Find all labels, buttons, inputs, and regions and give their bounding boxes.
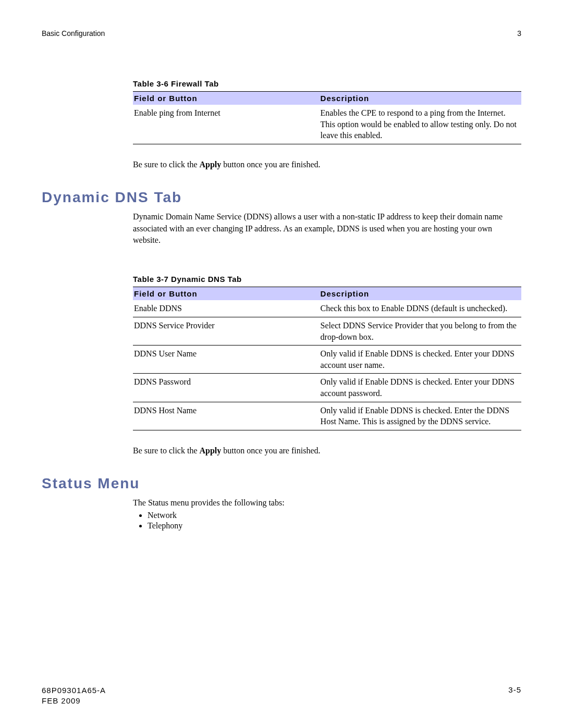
table-3-6: Field or Button Description Enable ping … bbox=[133, 91, 521, 144]
cell-desc: Only valid if Enable DDNS is checked. En… bbox=[320, 346, 521, 374]
table-3-6-caption: Table 3-6 Firewall Tab bbox=[133, 79, 521, 88]
ddns-intro: Dynamic Domain Name Service (DDNS) allow… bbox=[133, 211, 521, 246]
apply-note-2: Be sure to click the Apply button once y… bbox=[133, 445, 521, 456]
table-3-7-header-desc: Description bbox=[320, 287, 521, 301]
status-list: Network Telephony bbox=[133, 511, 521, 530]
list-item: Telephony bbox=[148, 521, 521, 530]
cell-field: DDNS User Name bbox=[133, 346, 320, 374]
table-row: DDNS Password Only valid if Enable DDNS … bbox=[133, 374, 521, 402]
list-item: Network bbox=[148, 511, 521, 520]
footer-docnum: 68P09301A65-A bbox=[42, 685, 106, 696]
cell-desc: Enables the CPE to respond to a ping fro… bbox=[320, 105, 521, 144]
cell-field: Enable DDNS bbox=[133, 300, 320, 317]
header-chapter: 3 bbox=[517, 29, 521, 38]
cell-field: DDNS Password bbox=[133, 374, 320, 402]
cell-desc: Check this box to Enable DDNS (default i… bbox=[320, 300, 521, 317]
cell-field: DDNS Host Name bbox=[133, 402, 320, 430]
table-row: DDNS Host Name Only valid if Enable DDNS… bbox=[133, 402, 521, 430]
table-row: Enable ping from Internet Enables the CP… bbox=[133, 105, 521, 144]
table-row: DDNS User Name Only valid if Enable DDNS… bbox=[133, 346, 521, 374]
footer-date: FEB 2009 bbox=[42, 696, 106, 706]
table-3-6-header-desc: Description bbox=[320, 92, 521, 105]
cell-field: DDNS Service Provider bbox=[133, 317, 320, 345]
footer-pagenum: 3-5 bbox=[508, 685, 521, 707]
table-row: DDNS Service Provider Select DDNS Servic… bbox=[133, 317, 521, 345]
table-3-7: Field or Button Description Enable DDNS … bbox=[133, 287, 521, 430]
heading-status-menu: Status Menu bbox=[42, 475, 521, 492]
cell-desc: Select DDNS Service Provider that you be… bbox=[320, 317, 521, 345]
heading-dynamic-dns: Dynamic DNS Tab bbox=[42, 189, 521, 206]
table-3-7-header-field: Field or Button bbox=[133, 287, 320, 301]
table-3-7-caption: Table 3-7 Dynamic DNS Tab bbox=[133, 275, 521, 283]
cell-desc: Only valid if Enable DDNS is checked. En… bbox=[320, 374, 521, 402]
status-intro: The Status menu provides the following t… bbox=[133, 497, 521, 509]
cell-field: Enable ping from Internet bbox=[133, 105, 320, 144]
apply-note-1: Be sure to click the Apply button once y… bbox=[133, 159, 521, 170]
header-title: Basic Configuration bbox=[42, 29, 105, 38]
table-row: Enable DDNS Check this box to Enable DDN… bbox=[133, 300, 521, 317]
cell-desc: Only valid if Enable DDNS is checked. En… bbox=[320, 402, 521, 430]
table-3-6-header-field: Field or Button bbox=[133, 92, 320, 105]
